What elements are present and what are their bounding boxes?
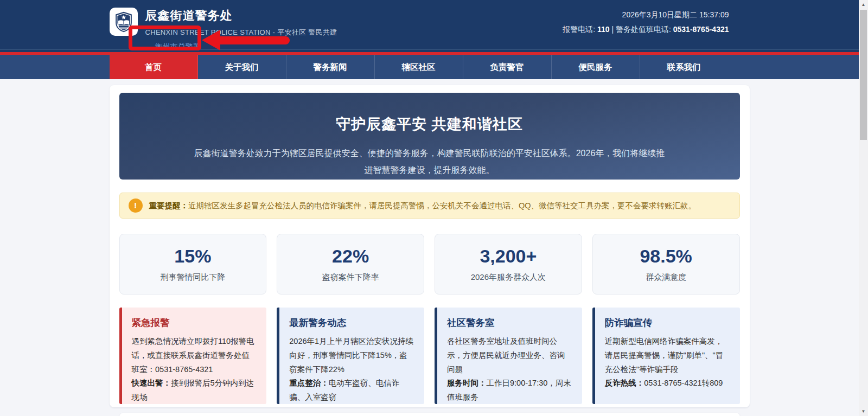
nav-tab-news[interactable]: 警务新闻 xyxy=(286,55,375,79)
stat-served-count: 3,200+ 2026年服务群众人次 xyxy=(435,234,582,295)
alarm-phone-label: 报警电话: xyxy=(563,25,597,34)
card-community-office: 社区警务室 各社区警务室地址及值班时间公示，方便居民就近办理业务、咨询问题 服务… xyxy=(435,308,582,404)
card-bold-label: 快速出警： xyxy=(132,379,171,387)
card-emergency: 紧急报警 遇到紧急情况请立即拨打110报警电话，或直接联系辰鑫街道警务处值班室：… xyxy=(119,308,267,404)
stat-label: 2026年服务群众人次 xyxy=(471,272,546,283)
card-bold-label: 反诈热线： xyxy=(605,379,644,387)
stat-theft-drop: 22% 盗窃案件下降率 xyxy=(277,234,424,295)
nav-tab-about[interactable]: 关于我们 xyxy=(198,55,286,79)
site-title: 辰鑫街道警务处 xyxy=(145,8,337,24)
stat-value: 3,200+ xyxy=(480,246,537,267)
info-cards-row: 紧急报警 遇到紧急情况请立即拨打110报警电话，或直接联系辰鑫街道警务处值班室：… xyxy=(119,308,740,404)
page: 辰鑫街道警务处 CHENXIN STREET POLICE STATION - … xyxy=(0,0,859,416)
stat-label: 盗窃案件下降率 xyxy=(322,272,379,283)
card-title: 最新警务动态 xyxy=(289,316,414,329)
duty-phone-label: 警务处值班电话: xyxy=(616,25,673,34)
vertical-scrollbar[interactable]: ▲ ▼ xyxy=(859,0,868,416)
brand: 辰鑫街道警务处 CHENXIN STREET POLICE STATION - … xyxy=(110,8,337,52)
stats-row: 15% 刑事警情同比下降 22% 盗窃案件下降率 3,200+ 2026年服务群… xyxy=(119,234,740,295)
nav-tab-officers[interactable]: 负责警官 xyxy=(463,55,552,79)
card-bold-text: 0531-8765-4321转809 xyxy=(644,379,723,387)
alarm-phone-number: 110 xyxy=(597,25,610,34)
phone-line: 报警电话: 110 | 警务处值班电话: 0531-8765-4321 xyxy=(563,25,729,35)
hero-banner: 守护辰鑫平安 共建和谐社区 辰鑫街道警务处致力于为辖区居民提供安全、便捷的警务服… xyxy=(119,93,740,180)
site-header: 辰鑫街道警务处 CHENXIN STREET POLICE STATION - … xyxy=(0,0,859,50)
site-subtitle: CHENXIN STREET POLICE STATION - 平安社区 警民共… xyxy=(145,28,337,37)
stat-crime-drop: 15% 刑事警情同比下降 xyxy=(119,234,267,295)
card-text: 遇到紧急情况请立即拨打110报警电话，或直接联系辰鑫街道警务处值班室：0531-… xyxy=(132,337,254,374)
back-to-hq-link[interactable]: ← 衡州市总警署 xyxy=(145,42,201,52)
duty-phone-number: 0531-8765-4321 xyxy=(673,25,729,34)
card-bold-label: 服务时间： xyxy=(447,379,487,387)
stat-value: 98.5% xyxy=(640,246,692,267)
stat-label: 刑事警情同比下降 xyxy=(160,272,225,283)
stat-satisfaction: 98.5% 群众满意度 xyxy=(592,234,740,295)
card-title: 紧急报警 xyxy=(132,316,257,329)
next-section-peek xyxy=(119,413,740,416)
scroll-down-arrow-icon[interactable]: ▼ xyxy=(859,407,868,416)
phone-separator: | xyxy=(610,25,616,34)
card-bold-label: 重点整治： xyxy=(289,379,329,387)
stat-value: 15% xyxy=(174,246,211,267)
nav-tab-services[interactable]: 便民服务 xyxy=(552,55,640,79)
nav-tab-communities[interactable]: 辖区社区 xyxy=(375,55,463,79)
stat-value: 22% xyxy=(332,246,369,267)
card-title: 社区警务室 xyxy=(447,316,572,329)
card-title: 防诈骗宣传 xyxy=(605,316,730,329)
card-text: 近期新型电信网络诈骗案件高发，请居民提高警惕，谨防"刷单"、"冒充公检法"等诈骗… xyxy=(605,337,723,374)
notice-label: 重要提醒： xyxy=(149,201,189,210)
scroll-up-arrow-icon[interactable]: ▲ xyxy=(859,0,868,9)
datetime-display: 2026年3月10日星期二 15:37:09 xyxy=(563,10,729,20)
notice-text: 近期辖区发生多起冒充公检法人员的电信诈骗案件，请居民提高警惕，公安机关不会通过电… xyxy=(188,201,696,210)
card-text: 2026年1月上半月辖区治安状况持续向好，刑事警情同比下降15%，盗窃案件下降2… xyxy=(289,337,413,374)
hero-title: 守护辰鑫平安 共建和谐社区 xyxy=(119,114,740,134)
nav-tab-contact[interactable]: 联系我们 xyxy=(640,55,728,79)
nav-tab-home[interactable]: 首页 xyxy=(110,55,198,79)
main-nav: 首页 关于我们 警务新闻 辖区社区 负责警官 便民服务 联系我们 xyxy=(0,55,859,79)
hero-text: 辰鑫街道警务处致力于为辖区居民提供安全、便捷的警务服务，构建警民联防联治的平安社… xyxy=(191,145,668,178)
important-notice-bar: ! 重要提醒：近期辖区发生多起冒充公检法人员的电信诈骗案件，请居民提高警惕，公安… xyxy=(119,193,740,219)
stat-label: 群众满意度 xyxy=(646,272,686,283)
card-anti-fraud: 防诈骗宣传 近期新型电信网络诈骗案件高发，请居民提高警惕，谨防"刷单"、"冒充公… xyxy=(592,308,740,404)
card-police-news: 最新警务动态 2026年1月上半月辖区治安状况持续向好，刑事警情同比下降15%，… xyxy=(277,308,424,404)
card-text: 各社区警务室地址及值班时间公示，方便居民就近办理业务、咨询问题 xyxy=(447,337,565,374)
main-content: 守护辰鑫平安 共建和谐社区 辰鑫街道警务处致力于为辖区居民提供安全、便捷的警务服… xyxy=(110,85,750,407)
police-badge-logo-icon[interactable] xyxy=(110,8,138,36)
scrollbar-thumb[interactable] xyxy=(860,10,867,140)
warning-exclamation-icon: ! xyxy=(129,199,143,213)
